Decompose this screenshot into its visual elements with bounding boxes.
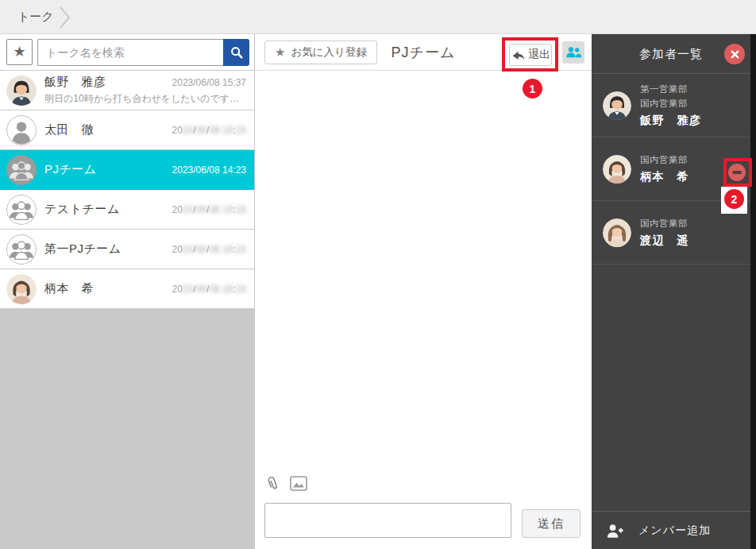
remove-member-button[interactable] bbox=[728, 164, 746, 181]
chat-date-masked: 2023/06/08 19:23 bbox=[172, 204, 246, 215]
add-member-label: メンバー追加 bbox=[638, 524, 711, 538]
chat-room-title: PJチーム bbox=[392, 34, 456, 71]
participant-department: 国内営業部 bbox=[640, 153, 689, 168]
search-icon bbox=[230, 45, 244, 60]
chat-list: 飯野 雅彦 2023/06/08 15:37 明日の10時から打ち合わせをしたい… bbox=[0, 71, 254, 309]
leave-room-button[interactable]: 退出 bbox=[509, 44, 552, 66]
chat-list-item[interactable]: 柄本 希 2023/06/08 19:23 bbox=[0, 269, 254, 309]
participant-row: 第一営業部 国内営業部 飯野 雅彦 bbox=[592, 74, 750, 137]
star-icon: ★ bbox=[275, 45, 285, 60]
chat-list-item[interactable]: テストチーム 2023/06/08 19:23 bbox=[0, 190, 254, 230]
favorite-register-button[interactable]: ★ お気に入り登録 bbox=[264, 41, 377, 64]
avatar bbox=[6, 274, 37, 304]
chat-list-item[interactable]: 太田 徹 2023/06/08 19:23 bbox=[0, 110, 254, 150]
minus-icon bbox=[732, 171, 742, 174]
chat-room-panel: ★ お気に入り登録 PJチーム 退出 bbox=[254, 34, 592, 549]
group-silhouette-avatar bbox=[6, 195, 37, 225]
chat-name: 太田 徹 bbox=[44, 122, 94, 137]
attach-file-icon[interactable] bbox=[263, 474, 282, 494]
avatar bbox=[6, 75, 37, 106]
search-input[interactable] bbox=[37, 39, 223, 66]
people-icon bbox=[565, 46, 582, 59]
participant-name: 飯野 雅彦 bbox=[640, 114, 702, 128]
chat-date: 2023/06/08 15:37 bbox=[172, 77, 246, 88]
chat-list-item-selected[interactable]: PJチーム 2023/06/08 14:23 bbox=[0, 150, 254, 190]
attach-image-icon[interactable] bbox=[290, 476, 307, 491]
participant-department: 国内営業部 bbox=[640, 217, 689, 231]
top-bar: トーク bbox=[0, 0, 756, 34]
favorites-filter-button[interactable]: ★ bbox=[6, 39, 33, 65]
leave-room-label: 退出 bbox=[528, 48, 550, 62]
participant-department: 第一営業部 bbox=[640, 83, 702, 97]
chevron-right-icon bbox=[59, 6, 71, 29]
annotation-box-1: 退出 bbox=[502, 37, 558, 72]
send-button[interactable]: 送信 bbox=[522, 509, 580, 538]
avatar bbox=[603, 218, 631, 247]
person-silhouette-avatar bbox=[6, 115, 37, 145]
group-silhouette-avatar bbox=[6, 155, 37, 185]
chat-date-masked: 2023/06/08 19:23 bbox=[172, 244, 246, 255]
chat-list-sidebar: ★ bbox=[0, 34, 254, 549]
star-icon: ★ bbox=[13, 44, 25, 60]
favorite-register-label: お気に入り登録 bbox=[291, 45, 366, 60]
close-panel-button[interactable] bbox=[724, 44, 745, 64]
chat-name: PJチーム bbox=[44, 162, 97, 177]
chat-name: テストチーム bbox=[44, 202, 120, 217]
close-icon bbox=[731, 50, 739, 59]
add-member-button[interactable]: メンバー追加 bbox=[592, 511, 750, 549]
search-button[interactable] bbox=[223, 39, 249, 66]
chat-name: 飯野 雅彦 bbox=[44, 75, 106, 90]
group-silhouette-avatar bbox=[6, 234, 37, 265]
participants-toggle-button[interactable] bbox=[562, 41, 584, 64]
breadcrumb[interactable]: トーク bbox=[17, 0, 54, 33]
chat-name: 第一PJチーム bbox=[44, 242, 122, 257]
chat-date-masked: 2023/06/08 19:23 bbox=[172, 125, 246, 136]
participant-name: 柄本 希 bbox=[640, 170, 689, 184]
chat-name: 柄本 希 bbox=[44, 281, 94, 296]
participant-department: 国内営業部 bbox=[640, 97, 702, 111]
step-1-badge: 1 bbox=[523, 79, 542, 99]
avatar bbox=[603, 155, 631, 184]
avatar bbox=[603, 91, 631, 120]
chat-list-item[interactable]: 飯野 雅彦 2023/06/08 15:37 明日の10時から打ち合わせをしたい… bbox=[0, 71, 254, 110]
search-box bbox=[37, 39, 249, 66]
chat-app-window: トーク ★ bbox=[0, 0, 756, 549]
chat-date: 2023/06/08 14:23 bbox=[172, 164, 246, 176]
participants-header: 参加者一覧 bbox=[592, 34, 750, 74]
chat-preview: 明日の10時から打ち合わせをしたいのですが、ご都合… bbox=[44, 92, 246, 106]
participants-panel: 参加者一覧 第一営業部 国内営業部 飯野 雅彦 bbox=[592, 34, 756, 549]
composer: 送信 bbox=[255, 462, 592, 549]
participant-name: 渡辺 遥 bbox=[640, 234, 689, 248]
chat-list-item[interactable]: 第一PJチーム 2023/06/08 19:23 bbox=[0, 230, 254, 269]
chat-date-masked: 2023/06/08 19:23 bbox=[172, 284, 246, 295]
step-2-badge: 2 bbox=[724, 189, 744, 209]
search-row: ★ bbox=[0, 34, 254, 71]
add-person-icon bbox=[606, 523, 624, 539]
chat-room-header: ★ お気に入り登録 PJチーム 退出 bbox=[255, 34, 592, 71]
message-input[interactable] bbox=[264, 503, 511, 538]
scrollbar-track[interactable] bbox=[750, 34, 756, 549]
reply-arrow-icon bbox=[510, 48, 524, 60]
